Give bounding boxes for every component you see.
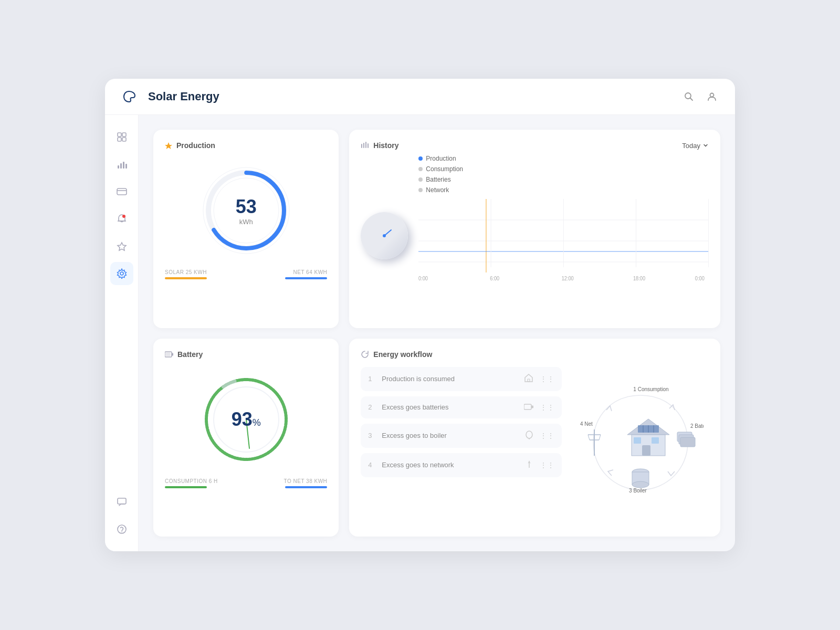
chart-dial xyxy=(361,212,408,259)
legend-dot-consumption xyxy=(418,167,423,171)
production-bars xyxy=(165,277,327,279)
legend-dot-production xyxy=(418,156,423,161)
svg-rect-10 xyxy=(125,164,127,169)
top-bar-actions xyxy=(681,89,719,104)
history-chart-right: Production Consumption Batteries xyxy=(418,155,709,317)
battery-unit: % xyxy=(253,417,261,428)
main-layout: Production 53 kWh S xyxy=(105,115,735,551)
history-legend: Production Consumption Batteries xyxy=(418,155,709,194)
sidebar-item-card[interactable] xyxy=(110,180,133,203)
svg-rect-11 xyxy=(117,188,127,195)
battery-value-center: 93% xyxy=(232,408,261,430)
workflow-label-3: Excess goes to boiler xyxy=(382,432,519,439)
workflow-content: Energy workflow 1 Production is consumed… xyxy=(361,350,562,526)
svg-point-2 xyxy=(710,93,714,97)
svg-rect-3 xyxy=(118,133,121,136)
svg-rect-6 xyxy=(122,138,126,141)
workflow-item-2: 2 Excess goes batteries ⋮⋮ xyxy=(361,396,562,418)
sidebar-item-favorites[interactable] xyxy=(110,235,133,258)
workflow-icon-house xyxy=(524,373,533,385)
svg-point-29 xyxy=(383,234,386,237)
workflow-drag-2: ⋮⋮ xyxy=(540,403,554,412)
consumption-bar xyxy=(165,486,207,488)
battery-net-bar xyxy=(285,486,327,488)
workflow-label-4: Excess goes to network xyxy=(382,461,519,469)
production-value-center: 53 kWh xyxy=(236,196,257,226)
workflow-icon-network xyxy=(525,459,533,471)
sidebar-item-help[interactable] xyxy=(110,518,133,541)
svg-rect-8 xyxy=(120,163,122,169)
workflow-card: Energy workflow 1 Production is consumed… xyxy=(349,339,720,537)
sidebar-item-settings[interactable] xyxy=(110,262,133,285)
battery-gauge-labels: CONSUMPTION 6 h TO NET 38 kWh xyxy=(165,478,327,484)
production-header: Production xyxy=(165,141,215,150)
search-icon[interactable] xyxy=(681,89,696,104)
svg-text:18:00: 18:00 xyxy=(633,276,645,281)
svg-point-71 xyxy=(632,481,649,488)
user-icon[interactable] xyxy=(705,89,719,104)
production-gauge-labels: SOLAR 25 kWh NET 64 kWh xyxy=(165,269,327,275)
svg-text:2 Bateries: 2 Bateries xyxy=(690,423,704,429)
svg-rect-16 xyxy=(118,498,126,504)
svg-rect-60 xyxy=(634,437,641,444)
svg-rect-4 xyxy=(122,133,126,136)
svg-point-14 xyxy=(122,215,125,218)
svg-text:3 Boiler: 3 Boiler xyxy=(629,488,647,494)
production-unit: kWh xyxy=(236,218,257,226)
top-bar: Solar Energy xyxy=(105,79,735,115)
svg-rect-24 xyxy=(361,144,362,148)
page-title: Solar Energy xyxy=(148,90,219,103)
workflow-drag-4: ⋮⋮ xyxy=(540,461,554,469)
workflow-item-3: 3 Excess goes to boiler ⋮⋮ xyxy=(361,424,562,448)
workflow-num-3: 3 xyxy=(368,432,375,439)
net-label: NET 64 kWh xyxy=(293,269,327,275)
svg-rect-7 xyxy=(118,165,119,169)
battery-card: Battery xyxy=(153,339,339,537)
sidebar-item-messages[interactable] xyxy=(110,490,133,513)
svg-rect-54 xyxy=(531,405,533,408)
svg-rect-45 xyxy=(172,353,173,355)
legend-production: Production xyxy=(418,155,463,162)
workflow-header: Energy workflow xyxy=(361,350,562,359)
legend-network: Network xyxy=(418,186,463,194)
history-title: History xyxy=(373,141,398,150)
legend-batteries: Batteries xyxy=(418,176,463,183)
legend-list: Production Consumption Batteries xyxy=(418,155,463,194)
svg-rect-9 xyxy=(123,162,124,169)
workflow-label-2: Excess goes batteries xyxy=(382,403,518,411)
workflow-drag-1: ⋮⋮ xyxy=(540,375,554,383)
svg-text:12:00: 12:00 xyxy=(562,276,574,281)
workflow-label-1: Production is consumed xyxy=(382,375,518,383)
sidebar xyxy=(105,115,139,551)
diagram-svg: 1 Consumption 2 Bateries 3 Boiler 4 Net xyxy=(578,380,704,495)
production-gauge: 53 kWh xyxy=(199,163,293,258)
workflow-icon-battery xyxy=(524,403,533,412)
production-value: 53 xyxy=(236,196,257,218)
solar-bar xyxy=(165,277,207,279)
workflow-diagram: 1 Consumption 2 Bateries 3 Boiler 4 Net xyxy=(572,350,709,526)
svg-text:1 Consumption: 1 Consumption xyxy=(633,386,668,392)
history-knob xyxy=(361,155,408,317)
battery-title: Battery xyxy=(177,350,203,359)
workflow-item-4: 4 Excess goes to network ⋮⋮ xyxy=(361,453,562,477)
battery-gauge: 93% xyxy=(199,372,293,467)
sidebar-item-dashboard[interactable] xyxy=(110,125,133,149)
history-card: History Today xyxy=(349,130,720,328)
svg-text:0:00: 0:00 xyxy=(695,276,705,281)
legend-dot-batteries xyxy=(418,177,423,182)
production-card: Production 53 kWh S xyxy=(153,130,339,328)
net-bar xyxy=(285,277,327,279)
sidebar-item-notifications[interactable] xyxy=(110,207,133,230)
today-button[interactable]: Today xyxy=(682,142,709,150)
svg-text:0:00: 0:00 xyxy=(418,276,428,281)
workflow-num-2: 2 xyxy=(368,403,375,411)
history-header: History Today xyxy=(361,141,709,150)
sidebar-item-analytics[interactable] xyxy=(110,153,133,176)
svg-line-75 xyxy=(588,435,590,440)
app-window: Solar Energy xyxy=(105,79,735,551)
history-chart-area: Production Consumption Batteries xyxy=(361,155,709,317)
svg-point-18 xyxy=(121,532,122,533)
svg-text:4 Net: 4 Net xyxy=(580,421,593,427)
svg-rect-61 xyxy=(652,437,659,444)
consumption-label: CONSUMPTION 6 h xyxy=(165,478,218,484)
